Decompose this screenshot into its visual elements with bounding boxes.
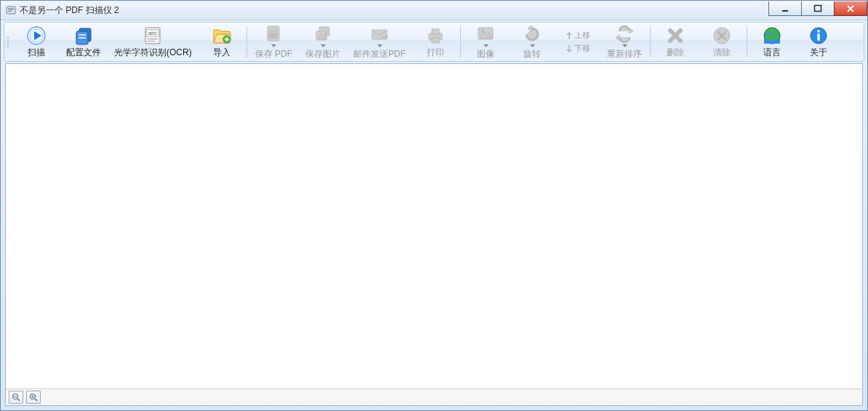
rotate-icon: [521, 24, 543, 44]
svg-rect-16: [148, 39, 158, 39]
move-group: 上移 下移: [555, 23, 600, 60]
svg-point-46: [817, 30, 820, 33]
svg-rect-31: [432, 29, 439, 34]
about-label: 关于: [810, 47, 827, 59]
svg-marker-36: [483, 44, 489, 47]
save-image-button[interactable]: 保存图片: [299, 23, 347, 60]
svg-marker-38: [530, 44, 535, 47]
minimize-icon: [781, 4, 789, 13]
svg-line-52: [35, 399, 37, 401]
move-down-button[interactable]: 下移: [563, 43, 592, 55]
delete-icon: [665, 25, 686, 46]
svg-line-49: [17, 399, 20, 401]
titlebar: 不是另一个 PDF 扫描仪 2: [1, 1, 867, 20]
save-pdf-dropdown[interactable]: [271, 44, 277, 47]
reorder-label: 重新排序: [607, 48, 642, 60]
print-button[interactable]: 打印: [412, 23, 459, 60]
reorder-icon: [614, 24, 635, 44]
svg-rect-5: [815, 5, 821, 11]
content-area: [5, 63, 863, 406]
svg-rect-11: [79, 34, 86, 36]
language-label: 语言: [763, 47, 781, 59]
svg-rect-32: [432, 38, 439, 43]
zoom-in-icon: [29, 393, 38, 402]
svg-rect-47: [817, 33, 819, 41]
print-label: 打印: [427, 47, 444, 59]
print-icon: [425, 25, 446, 46]
maximize-button[interactable]: [801, 1, 835, 16]
toolbar: 扫描 配置文件 abc 光学字符识别(OCR) 导入 PDF: [4, 22, 864, 62]
save-pdf-icon: PDF: [262, 24, 284, 44]
about-button[interactable]: 关于: [795, 23, 842, 60]
image-icon: [475, 24, 497, 44]
svg-marker-40: [616, 35, 619, 40]
image-button[interactable]: 图像: [462, 23, 509, 60]
delete-label: 删除: [667, 47, 684, 59]
email-pdf-label: 邮件发送PDF: [353, 48, 406, 60]
svg-marker-37: [528, 25, 532, 31]
email-pdf-button[interactable]: 邮件发送PDF: [347, 23, 412, 60]
window-title: 不是另一个 PDF 扫描仪 2: [20, 4, 119, 17]
toolbar-grip: [6, 23, 13, 60]
ocr-button[interactable]: abc 光学字符识别(OCR): [108, 23, 198, 60]
import-icon: [211, 25, 233, 46]
import-label: 导入: [213, 47, 230, 59]
svg-rect-12: [79, 37, 86, 39]
reorder-button[interactable]: 重新排序: [600, 23, 648, 60]
profiles-button[interactable]: 配置文件: [60, 23, 108, 60]
svg-rect-17: [148, 41, 155, 41]
statusbar: [6, 388, 862, 405]
ocr-label: 光学字符识别(OCR): [114, 47, 192, 59]
clear-button[interactable]: 清除: [699, 23, 745, 60]
close-button[interactable]: [834, 1, 867, 16]
globe-icon: [762, 25, 782, 46]
svg-text:PDF: PDF: [270, 33, 277, 38]
email-pdf-icon: [369, 24, 390, 44]
move-up-button[interactable]: 上移: [563, 30, 592, 41]
save-pdf-label: 保存 PDF: [255, 48, 292, 60]
profiles-icon: [73, 25, 95, 46]
svg-text:abc: abc: [149, 31, 158, 36]
svg-marker-41: [622, 44, 627, 47]
image-label: 图像: [477, 48, 494, 60]
zoom-out-button[interactable]: [9, 391, 23, 404]
clear-icon: [712, 25, 732, 46]
svg-point-35: [482, 29, 484, 31]
svg-rect-2: [8, 9, 14, 10]
save-image-dropdown[interactable]: [321, 44, 326, 47]
svg-rect-3: [8, 11, 12, 12]
toolbar-separator: [747, 26, 747, 57]
scan-icon: [25, 25, 47, 46]
rotate-button[interactable]: 旋转: [509, 23, 555, 60]
svg-rect-1: [8, 8, 14, 9]
rotate-dropdown[interactable]: [530, 44, 536, 47]
toolbar-separator: [650, 26, 651, 57]
svg-marker-23: [271, 44, 276, 47]
reorder-dropdown[interactable]: [622, 44, 628, 47]
app-icon: [5, 4, 17, 16]
save-image-icon: [312, 24, 334, 44]
save-pdf-button[interactable]: PDF 保存 PDF: [249, 23, 299, 60]
zoom-in-button[interactable]: [26, 391, 41, 404]
rotate-label: 旋转: [523, 48, 541, 60]
email-pdf-dropdown[interactable]: [377, 44, 383, 47]
image-dropdown[interactable]: [483, 44, 489, 47]
svg-marker-29: [377, 44, 382, 47]
zoom-out-icon: [12, 393, 20, 402]
toolbar-separator: [460, 26, 461, 57]
language-button[interactable]: 语言: [749, 23, 795, 60]
ocr-icon: abc: [142, 25, 164, 46]
info-icon: [808, 25, 829, 46]
import-button[interactable]: 导入: [198, 23, 245, 60]
scan-button[interactable]: 扫描: [13, 23, 60, 60]
clear-label: 清除: [713, 47, 731, 59]
save-image-label: 保存图片: [305, 48, 340, 60]
delete-button[interactable]: 删除: [652, 23, 699, 60]
toolbar-separator: [246, 26, 247, 57]
move-down-label: 下移: [574, 43, 590, 54]
minimize-button[interactable]: [768, 1, 802, 16]
app-window: 不是另一个 PDF 扫描仪 2 扫描 配置文件: [0, 0, 868, 411]
maximize-icon: [813, 4, 822, 13]
arrow-up-icon: [566, 31, 573, 40]
scan-label: 扫描: [28, 47, 45, 59]
